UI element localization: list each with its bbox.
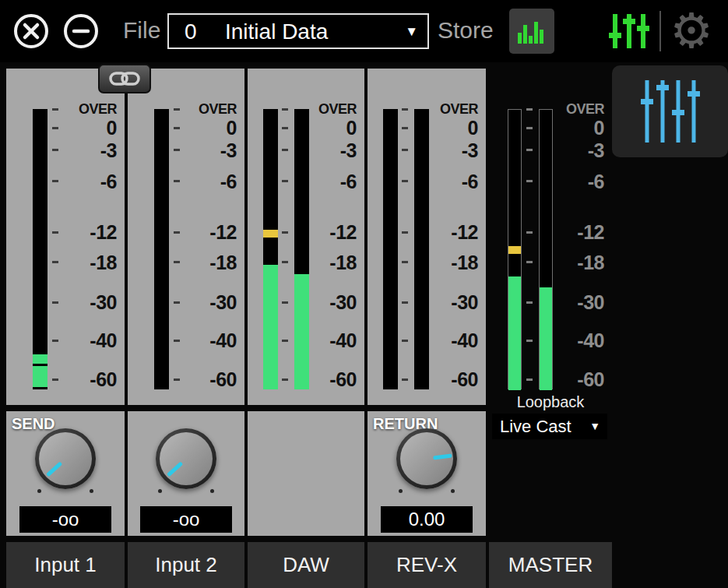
meter-scale-label: -3: [100, 140, 117, 160]
master-faders-icon: [641, 79, 700, 144]
knob-max-dot: [210, 489, 214, 493]
level-meter: [383, 109, 398, 389]
meter-view-button[interactable]: [509, 9, 554, 54]
channel-name: DAW: [283, 553, 329, 576]
meter-scale-label: -40: [209, 330, 237, 350]
meter-scale-label: -18: [329, 252, 357, 273]
stereo-link-button[interactable]: [98, 64, 151, 93]
meter-scale-label: -3: [462, 140, 478, 160]
loopback-select[interactable]: Live Cast▼: [492, 414, 607, 439]
knob-min-dot: [37, 489, 41, 493]
level-meter: [154, 109, 169, 389]
meter-tick: [52, 261, 58, 263]
meter-tick: [52, 108, 58, 111]
meter-panel: OVER0-3-6-12-18-30-40-60LoopbackLive Cas…: [489, 69, 612, 449]
meter-tick: [52, 301, 58, 304]
meter-tick: [402, 108, 408, 111]
channel-name: Input 1: [34, 553, 97, 576]
meter-tick: [402, 301, 408, 304]
knob-max-dot: [451, 489, 455, 493]
meter-scale-label: -30: [329, 292, 357, 312]
meter-tick: [526, 340, 533, 342]
meter-tick: [174, 108, 180, 111]
preset-dropdown[interactable]: 0 Initial Data ▼: [167, 13, 429, 49]
knob-face: [160, 432, 213, 485]
meter-tick: [282, 379, 288, 381]
channel-name: REV-X: [396, 553, 457, 576]
minimize-button[interactable]: [63, 13, 99, 49]
meter-fill-segment: [508, 276, 521, 390]
meter-tick: [282, 261, 288, 263]
meter-tick: [526, 149, 533, 151]
meter-fill-segment: [33, 354, 47, 364]
meter-tick: [52, 340, 58, 342]
gear-icon: ⚙: [670, 7, 713, 55]
meter-scale-label: -30: [209, 292, 237, 312]
meter-tick: [402, 180, 408, 182]
meter-scale-label: OVER: [199, 100, 237, 118]
knob-value-display[interactable]: -oo: [19, 506, 111, 533]
level-meter: [263, 109, 278, 389]
meter-scale-label: -3: [220, 140, 237, 160]
close-button[interactable]: [13, 13, 49, 49]
level-knob[interactable]: [156, 428, 216, 489]
meter-scale-label: -3: [340, 140, 357, 160]
minimize-icon: [63, 13, 99, 49]
meter-scale-label: -60: [90, 369, 117, 389]
meter-scale-label: 0: [468, 118, 478, 138]
meter-scale-label: -6: [462, 171, 478, 192]
meter-tick: [282, 149, 288, 151]
meter-tick: [52, 127, 58, 129]
meter-fill-segment: [263, 265, 278, 389]
meter-scale-label: -18: [451, 252, 478, 273]
meter-tick: [282, 108, 288, 111]
channel-strip-daw: OVER0-3-6-12-18-30-40-60DAW: [248, 62, 364, 588]
meter-scale-label: 0: [107, 118, 117, 138]
knob-value-display[interactable]: 0.00: [381, 506, 473, 533]
master-section-tab[interactable]: [612, 65, 728, 157]
channel-name-cell: DAW: [248, 542, 364, 588]
channel-strip-view-button[interactable]: [603, 12, 656, 51]
channel-strip-icon: [607, 12, 651, 50]
meter-tick: [174, 180, 180, 182]
meter-tick: [526, 261, 533, 263]
meter-tick: [402, 231, 408, 234]
meter-scale-label: OVER: [440, 100, 478, 118]
channel-strip-input-1: OVER0-3-6-12-18-30-40-60SEND-ooInput 1: [6, 62, 125, 588]
meter-tick: [526, 180, 533, 182]
dropdown-caret-icon: ▼: [589, 414, 600, 439]
level-knob[interactable]: [396, 428, 457, 489]
meter-fill-segment: [540, 287, 552, 390]
meter-tick: [282, 340, 288, 342]
channel-strip-master: OVER0-3-6-12-18-30-40-60LoopbackLive Cas…: [489, 62, 612, 588]
knob-face: [400, 432, 453, 485]
loopback-label: Loopback: [489, 393, 612, 411]
meter-tick: [526, 379, 533, 381]
meter-scale-label: -18: [90, 252, 117, 273]
knob-panel: RETURN0.00: [368, 411, 486, 536]
store-button[interactable]: Store: [438, 17, 494, 44]
level-meter: [539, 109, 553, 389]
channel-strip-input-2: OVER0-3-6-12-18-30-40-60-ooInput 2: [128, 62, 244, 588]
meter-tick: [174, 261, 180, 263]
level-knob[interactable]: [35, 428, 96, 489]
preset-name: Initial Data: [225, 19, 328, 44]
meter-panel: OVER0-3-6-12-18-30-40-60: [128, 69, 244, 405]
meter-scale-label: 0: [346, 118, 357, 138]
meter-panel: OVER0-3-6-12-18-30-40-60: [368, 69, 486, 405]
meter-tick: [174, 379, 180, 381]
meter-tick: [174, 301, 180, 304]
meter-tick: [526, 301, 533, 304]
meter-tick: [526, 127, 533, 129]
knob-section-label: SEND: [12, 415, 55, 433]
meter-tick: [402, 261, 408, 263]
settings-button[interactable]: ⚙: [663, 0, 719, 62]
meter-scale-label: -60: [451, 369, 478, 389]
meter-scale-label: OVER: [318, 100, 357, 118]
knob-value-display[interactable]: -oo: [140, 506, 232, 533]
meter-tick: [52, 180, 58, 182]
meter-scale-label: -40: [577, 330, 604, 350]
meter-tick: [282, 231, 288, 234]
meter-scale-label: -60: [577, 369, 604, 389]
meter-tick: [402, 379, 408, 381]
